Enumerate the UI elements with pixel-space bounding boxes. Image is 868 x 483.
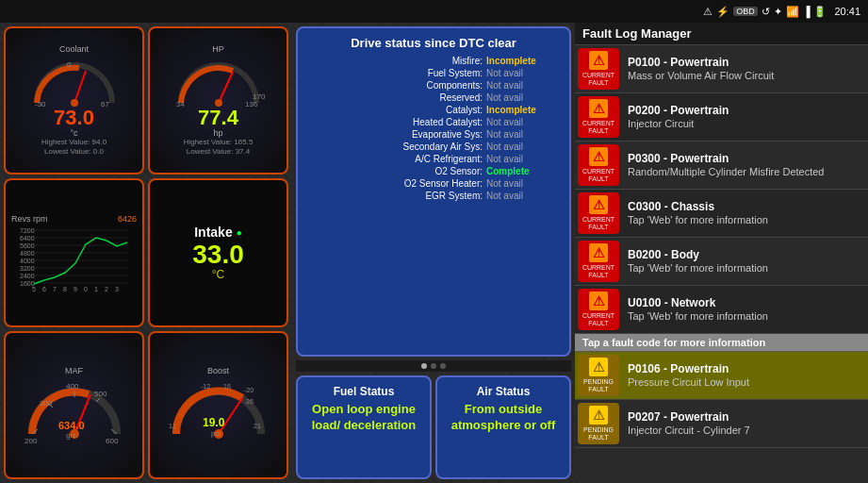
fault-item-p0200[interactable]: ⚠ CURRENTFAULT P0200 - Powertrain Inject… bbox=[575, 93, 868, 142]
fault-info-p0106: P0106 - Powertrain Pressure Circuit Low … bbox=[622, 358, 868, 392]
fault-warning-icon-3: ⚠ bbox=[589, 147, 608, 166]
coolant-highest: Highest Value: 94.0 bbox=[41, 138, 106, 147]
dtc-row-o2: O2 Sensor: Complete bbox=[305, 166, 562, 176]
fault-log-title: Fault Log Manager bbox=[575, 23, 868, 45]
fault-list: ⚠ CURRENTFAULT P0100 - Powertrain Mass o… bbox=[575, 45, 868, 483]
fault-item-p0106[interactable]: ⚠ PENDINGFAULT P0106 - Powertrain Pressu… bbox=[575, 352, 868, 400]
hp-lowest: Lowest Value: 37.4 bbox=[187, 147, 250, 157]
svg-text:6400: 6400 bbox=[20, 235, 35, 242]
fault-badge-b0200: ⚠ CURRENTFAULT bbox=[578, 241, 619, 282]
dtc-row-misfire: Misfire: Incomplete bbox=[305, 56, 562, 66]
maf-gauge[interactable]: MAF 200 300 400 500 600 bbox=[4, 331, 144, 479]
hp-gauge[interactable]: HP 34 136 170 77.4 hp Highest Value: 165… bbox=[148, 26, 288, 175]
middle-panel: Drive status since DTC clear Misfire: In… bbox=[292, 23, 575, 483]
svg-text:200: 200 bbox=[25, 437, 38, 443]
rpm-label: Revs rpm bbox=[11, 214, 48, 224]
svg-text:600: 600 bbox=[106, 437, 119, 443]
svg-text:psi: psi bbox=[211, 429, 221, 438]
maf-label: MAF bbox=[65, 366, 83, 375]
svg-text:6: 6 bbox=[42, 286, 46, 291]
dtc-row-egr: EGR System: Not avail bbox=[305, 191, 562, 201]
obd-badge: OBD bbox=[733, 7, 758, 16]
fault-badge-p0300: ⚠ CURRENTFAULT bbox=[578, 144, 619, 186]
fault-tooltip: Tap a fault code for more information bbox=[575, 334, 868, 352]
fault-warning-icon-2: ⚠ bbox=[589, 99, 608, 118]
usb-icon: ⚡ bbox=[716, 6, 729, 18]
fault-badge-u0100: ⚠ CURRENTFAULT bbox=[578, 289, 619, 330]
svg-text:170: 170 bbox=[253, 92, 266, 101]
fault-item-c0300[interactable]: ⚠ CURRENTFAULT C0300 - Chassis Tap 'Web'… bbox=[575, 190, 868, 238]
coolant-gauge[interactable]: Coolant -30 0 67 73.0 °c Highest Value: … bbox=[4, 26, 144, 175]
svg-text:19.0: 19.0 bbox=[203, 416, 225, 429]
hp-value: 77.4 bbox=[198, 108, 238, 128]
wifi-icon: 📶 bbox=[786, 6, 799, 18]
fault-item-p0207[interactable]: ⚠ PENDINGFAULT P0207 - Powertrain Inject… bbox=[575, 400, 868, 448]
battery-icon: 🔋 bbox=[813, 6, 827, 18]
fault-badge-p0200: ⚠ CURRENTFAULT bbox=[578, 96, 619, 138]
hp-unit: hp bbox=[213, 128, 222, 138]
status-icons: ⚠ ⚡ OBD ↺ ✦ 📶 ▐ 🔋 20:41 bbox=[703, 6, 860, 18]
hp-label: HP bbox=[212, 44, 224, 54]
intake-gauge[interactable]: Intake ● 33.0 °C bbox=[148, 178, 288, 326]
fault-badge-p0106: ⚠ PENDINGFAULT bbox=[578, 355, 619, 396]
fault-info-p0207: P0207 - Powertrain Injector Circuit - Cy… bbox=[622, 407, 868, 441]
rpm-gauge[interactable]: Revs rpm 6426 7200 6400 5600 4800 4000 3 bbox=[4, 178, 144, 326]
svg-text:26: 26 bbox=[246, 398, 254, 405]
coolant-unit: °c bbox=[70, 128, 77, 138]
svg-text:1: 1 bbox=[94, 286, 98, 291]
rpm-value: 6426 bbox=[118, 214, 137, 224]
fault-item-p0100[interactable]: ⚠ CURRENTFAULT P0100 - Powertrain Mass o… bbox=[575, 45, 868, 93]
middle-dots bbox=[296, 360, 571, 372]
svg-line-4 bbox=[219, 72, 233, 103]
fault-info-b0200: B0200 - Body Tap 'Web' for more informat… bbox=[622, 244, 868, 278]
air-status-title: Air Status bbox=[477, 385, 531, 398]
svg-text:4800: 4800 bbox=[20, 250, 35, 257]
intake-dot-icon: ● bbox=[237, 227, 242, 238]
fault-item-u0100[interactable]: ⚠ CURRENTFAULT U0100 - Network Tap 'Web'… bbox=[575, 286, 868, 334]
fault-item-p0300[interactable]: ⚠ CURRENTFAULT P0300 - Powertrain Random… bbox=[575, 142, 868, 190]
boost-gauge[interactable]: Boost 11 21 26 -20 16 -12 19.0 psi bbox=[148, 331, 288, 479]
bluetooth-icon: ✦ bbox=[774, 6, 782, 18]
svg-text:9: 9 bbox=[74, 286, 77, 291]
dot-2 bbox=[431, 363, 436, 369]
svg-line-0 bbox=[74, 71, 86, 103]
coolant-value: 73.0 bbox=[54, 108, 94, 128]
fuel-status-button[interactable]: Fuel Status Open loop engine load/ decel… bbox=[296, 375, 432, 479]
fault-item-b0200[interactable]: ⚠ CURRENTFAULT B0200 - Body Tap 'Web' fo… bbox=[575, 238, 868, 286]
fault-info-p0100: P0100 - Powertrain Mass or Volume Air Fl… bbox=[622, 52, 868, 86]
status-buttons: Fuel Status Open loop engine load/ decel… bbox=[296, 375, 571, 479]
dot-3 bbox=[440, 363, 446, 369]
svg-text:3: 3 bbox=[115, 286, 119, 291]
fault-warning-icon-5: ⚠ bbox=[589, 243, 608, 262]
intake-label: Intake bbox=[194, 225, 232, 240]
dtc-row-secondary-air: Secondary Air Sys: Not avail bbox=[305, 142, 562, 152]
svg-text:300: 300 bbox=[40, 399, 53, 408]
fault-warning-icon: ⚠ bbox=[589, 51, 608, 70]
coolant-label: Coolant bbox=[59, 44, 89, 54]
left-panel: Coolant -30 0 67 73.0 °c Highest Value: … bbox=[0, 23, 292, 483]
svg-text:500: 500 bbox=[94, 390, 107, 398]
dtc-row-fuel: Fuel System: Not avail bbox=[305, 68, 562, 78]
dtc-row-components: Components: Not avail bbox=[305, 80, 562, 91]
svg-text:11: 11 bbox=[169, 423, 176, 429]
dtc-title: Drive status since DTC clear bbox=[305, 36, 562, 50]
alert-icon: ⚠ bbox=[703, 6, 712, 18]
svg-text:400: 400 bbox=[66, 382, 79, 391]
fault-warning-icon-4: ⚠ bbox=[589, 195, 608, 214]
fault-info-p0200: P0200 - Powertrain Injector Circuit bbox=[622, 100, 868, 134]
svg-text:3200: 3200 bbox=[20, 265, 35, 272]
dtc-row-heated-catalyst: Heated Catalyst: Not avail bbox=[305, 117, 562, 127]
svg-text:2: 2 bbox=[105, 286, 108, 291]
signal-icon: ▐ bbox=[803, 6, 811, 17]
dtc-status-box: Drive status since DTC clear Misfire: In… bbox=[296, 26, 571, 357]
dtc-row-o2-heater: O2 Sensor Heater: Not avail bbox=[305, 178, 562, 189]
dtc-row-reserved: Reserved: Not avail bbox=[305, 92, 562, 103]
svg-text:8: 8 bbox=[63, 286, 67, 291]
svg-text:67: 67 bbox=[101, 100, 109, 108]
air-status-button[interactable]: Air Status From outside atmosphere or of… bbox=[435, 375, 571, 479]
svg-text:5600: 5600 bbox=[20, 242, 35, 249]
svg-text:7: 7 bbox=[53, 286, 57, 291]
right-panel: Fault Log Manager ⚠ CURRENTFAULT P0100 -… bbox=[575, 23, 868, 483]
status-bar: ⚠ ⚡ OBD ↺ ✦ 📶 ▐ 🔋 20:41 bbox=[0, 0, 868, 23]
time-display: 20:41 bbox=[834, 6, 860, 17]
